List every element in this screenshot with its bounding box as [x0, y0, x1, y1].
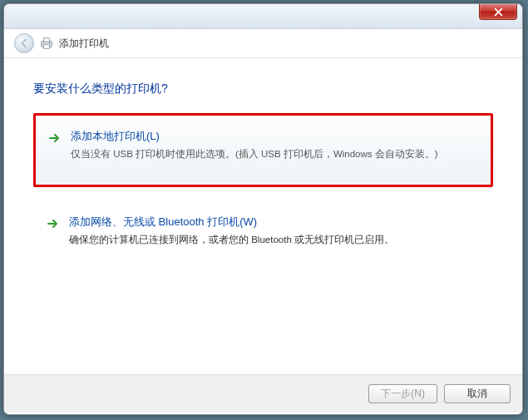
close-icon: [494, 7, 503, 17]
cancel-button[interactable]: 取消: [444, 384, 511, 403]
arrow-right-icon: [46, 216, 61, 247]
back-button[interactable]: [14, 33, 34, 53]
option-network-desc: 确保您的计算机已连接到网络，或者您的 Bluetooth 或无线打印机已启用。: [69, 233, 481, 247]
option-body: 添加本地打印机(L) 仅当没有 USB 打印机时使用此选项。(插入 USB 打印…: [71, 129, 479, 161]
content-area: 要安装什么类型的打印机? 添加本地打印机(L) 仅当没有 USB 打印机时使用此…: [4, 58, 522, 374]
next-button[interactable]: 下一步(N): [368, 384, 437, 403]
back-arrow-icon: [18, 37, 30, 49]
dialog-window: 添加打印机 要安装什么类型的打印机? 添加本地打印机(L) 仅当没有 USB 打…: [3, 3, 523, 415]
svg-point-3: [49, 42, 50, 43]
page-heading: 要安装什么类型的打印机?: [33, 82, 493, 96]
footer-bar: 下一步(N) 取消: [4, 374, 522, 413]
option-add-network-printer[interactable]: 添加网络、无线或 Bluetooth 打印机(W) 确保您的计算机已连接到网络，…: [33, 202, 493, 259]
svg-rect-2: [43, 45, 49, 49]
option-local-desc: 仅当没有 USB 打印机时使用此选项。(插入 USB 打印机后，Windows …: [71, 147, 479, 161]
titlebar: [4, 4, 522, 29]
header-bar: 添加打印机: [4, 29, 522, 58]
arrow-right-icon: [47, 131, 62, 161]
option-network-title: 添加网络、无线或 Bluetooth 打印机(W): [69, 215, 481, 230]
option-local-title: 添加本地打印机(L): [71, 129, 479, 144]
option-body: 添加网络、无线或 Bluetooth 打印机(W) 确保您的计算机已连接到网络，…: [69, 215, 481, 247]
svg-rect-1: [43, 38, 49, 42]
close-button[interactable]: [479, 4, 517, 20]
printer-icon: [39, 36, 54, 51]
option-add-local-printer[interactable]: 添加本地打印机(L) 仅当没有 USB 打印机时使用此选项。(插入 USB 打印…: [33, 113, 493, 187]
window-title: 添加打印机: [59, 37, 109, 51]
